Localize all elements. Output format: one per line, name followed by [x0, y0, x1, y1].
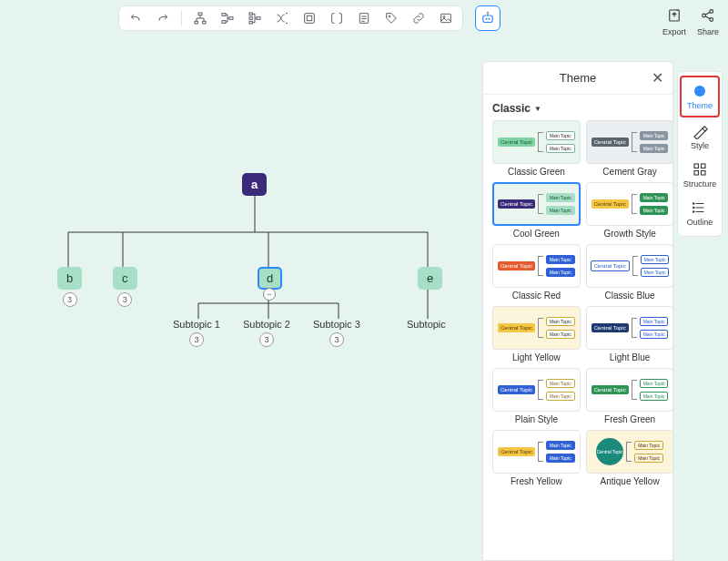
collapse-toggle[interactable]: − — [263, 288, 276, 301]
undo-icon[interactable] — [126, 9, 145, 27]
svg-rect-14 — [441, 14, 451, 22]
boundary-icon[interactable] — [300, 9, 318, 27]
theme-card-fresh-green[interactable]: Central TopicMain TopicMain TopicFresh G… — [586, 368, 672, 424]
theme-panel: Theme ✕ Classic ▼ Central TopicMain Topi… — [482, 61, 673, 561]
svg-point-27 — [699, 92, 701, 94]
node-c-badge[interactable]: 3 — [117, 292, 132, 307]
theme-card-growth-style[interactable]: Central TopicMain TopicMain TopicGrowth … — [586, 182, 672, 239]
theme-card-classic-green[interactable]: Central TopicMain TopicMain TopicClassic… — [492, 120, 581, 177]
svg-rect-10 — [305, 14, 315, 24]
theme-card-light-yellow[interactable]: Central TopicMain TopicMain TopicLight Y… — [492, 306, 581, 362]
layout-org-icon[interactable] — [218, 9, 237, 27]
theme-card-classic-red[interactable]: Central TopicMain TopicMain TopicClassic… — [492, 244, 581, 301]
layout-fish-icon[interactable] — [246, 9, 264, 27]
svg-rect-9 — [257, 17, 260, 20]
theme-card-label: Cement Gray — [586, 167, 672, 177]
share-icon — [698, 5, 718, 26]
subtopic-2-badge[interactable]: 3 — [259, 332, 274, 347]
svg-point-32 — [693, 203, 695, 205]
subtopic-2[interactable]: Subtopic 2 — [243, 319, 290, 330]
ai-assistant-button[interactable] — [475, 5, 500, 31]
svg-rect-11 — [307, 15, 311, 20]
right-sidebar: Theme Style Structure Outline — [677, 71, 723, 237]
subtopic-3-badge[interactable]: 3 — [329, 332, 344, 347]
svg-rect-2 — [203, 21, 206, 24]
share-button[interactable]: Share — [697, 5, 719, 36]
node-e[interactable]: e — [418, 267, 442, 290]
tab-outline-label: Outline — [687, 218, 713, 227]
export-button[interactable]: Export — [662, 5, 686, 36]
panel-header: Theme ✕ — [483, 62, 672, 95]
svg-point-17 — [486, 18, 488, 20]
svg-point-25 — [697, 89, 699, 91]
subtopic-1[interactable]: Subtopic 1 — [173, 319, 220, 330]
svg-rect-31 — [702, 171, 706, 176]
export-icon — [664, 5, 684, 26]
theme-card-light-blue[interactable]: Central TopicMain TopicMain TopicLight B… — [586, 306, 672, 362]
svg-point-24 — [694, 86, 705, 97]
node-c[interactable]: c — [113, 267, 137, 290]
tab-outline[interactable]: Outline — [680, 194, 720, 232]
category-label: Classic — [492, 102, 531, 115]
svg-point-34 — [693, 211, 695, 213]
redo-icon[interactable] — [154, 9, 172, 27]
theme-card-cement-gray[interactable]: Central TopicMain TopicMain TopicCement … — [586, 120, 672, 177]
root-node[interactable]: a — [242, 173, 267, 196]
close-icon[interactable]: ✕ — [649, 69, 665, 86]
svg-point-19 — [487, 12, 489, 14]
tag-icon[interactable] — [382, 9, 400, 27]
svg-rect-8 — [249, 21, 252, 24]
svg-point-23 — [710, 18, 713, 22]
tab-structure[interactable]: Structure — [680, 156, 720, 194]
theme-card-label: Plain Style — [492, 414, 581, 424]
layout-curve-icon[interactable] — [273, 9, 291, 27]
svg-rect-6 — [249, 13, 252, 15]
theme-card-label: Light Blue — [586, 352, 672, 362]
brackets-icon[interactable] — [328, 9, 346, 27]
theme-card-fresh-yellow[interactable]: Central TopicMain TopicMain TopicFresh Y… — [492, 430, 581, 486]
tab-style[interactable]: Style — [680, 117, 720, 156]
svg-rect-30 — [694, 171, 699, 176]
theme-card-label: Antique Yellow — [586, 476, 672, 486]
svg-point-26 — [701, 89, 703, 91]
theme-card-cool-green[interactable]: Central TopicMain TopicMain TopicCool Gr… — [492, 182, 581, 239]
subtopic-e[interactable]: Subtopic — [407, 319, 446, 330]
node-d[interactable]: d — [258, 267, 282, 290]
svg-rect-28 — [694, 164, 699, 168]
svg-rect-0 — [198, 13, 202, 15]
theme-card-classic-blue[interactable]: Central TopicMain TopicMain TopicClassic… — [586, 244, 672, 301]
theme-card-label: Classic Red — [492, 291, 581, 301]
theme-icon — [691, 83, 709, 99]
svg-rect-16 — [483, 15, 493, 23]
panel-body[interactable]: Classic ▼ Central TopicMain TopicMain To… — [483, 95, 672, 560]
subtopic-1-badge[interactable]: 3 — [189, 332, 204, 347]
link-icon[interactable] — [410, 9, 428, 27]
tab-structure-label: Structure — [683, 179, 717, 189]
outline-icon — [691, 199, 709, 216]
note-icon[interactable] — [355, 9, 373, 27]
chevron-down-icon: ▼ — [534, 105, 541, 113]
theme-card-label: Fresh Green — [586, 414, 672, 424]
theme-category-dropdown[interactable]: Classic ▼ — [492, 102, 663, 115]
theme-card-label: Growth Style — [586, 229, 672, 239]
node-b-badge[interactable]: 3 — [63, 292, 77, 307]
svg-rect-4 — [222, 21, 226, 24]
structure-icon — [691, 161, 709, 178]
export-label: Export — [662, 27, 686, 36]
svg-point-21 — [703, 14, 706, 17]
image-icon[interactable] — [437, 9, 455, 27]
style-icon — [691, 123, 709, 139]
theme-card-label: Fresh Yellow — [492, 476, 581, 486]
subtopic-3[interactable]: Subtopic 3 — [313, 319, 360, 330]
top-toolbar — [118, 5, 463, 31]
svg-point-13 — [389, 15, 390, 17]
svg-rect-29 — [702, 164, 706, 168]
svg-point-33 — [693, 207, 695, 209]
theme-card-antique-yellow[interactable]: Central TopicMain TopicMain TopicAntique… — [586, 430, 672, 486]
tab-theme[interactable]: Theme — [680, 76, 720, 117]
svg-point-18 — [489, 18, 490, 20]
node-b[interactable]: b — [57, 267, 82, 290]
theme-card-plain-style[interactable]: Central TopicMain TopicMain TopicPlain S… — [492, 368, 581, 424]
tab-theme-label: Theme — [687, 101, 713, 110]
layout-tree-icon[interactable] — [191, 9, 209, 27]
